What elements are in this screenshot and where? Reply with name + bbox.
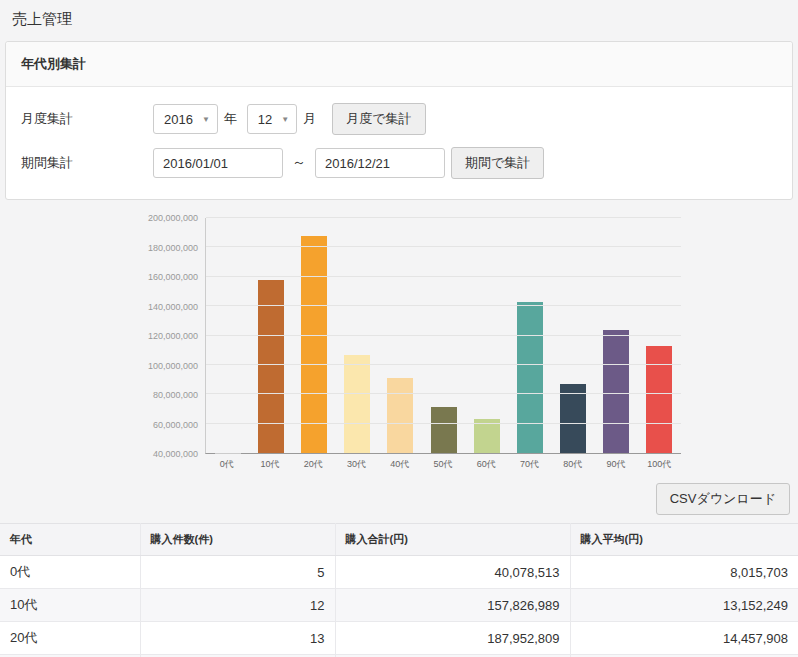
x-tick-label: 30代 bbox=[335, 454, 378, 471]
age-cell: 10代 bbox=[0, 589, 140, 622]
panel-header: 年代別集計 bbox=[6, 42, 792, 87]
csv-row: CSVダウンロード bbox=[0, 471, 798, 523]
month-select[interactable]: 12 ▼ bbox=[247, 104, 297, 134]
chart-x-axis: 0代10代20代30代40代50代60代70代80代90代100代 bbox=[205, 454, 681, 471]
period-aggregation-row: 期間集計 ～ 期間で集計 bbox=[21, 147, 777, 179]
table-header-cell: 購入合計(円) bbox=[335, 524, 570, 556]
y-tick-label: 100,000,000 bbox=[148, 361, 198, 371]
x-tick-label: 80代 bbox=[551, 454, 594, 471]
y-tick-label: 180,000,000 bbox=[148, 243, 198, 253]
value-cell: 12 bbox=[140, 589, 335, 622]
bar-40代 bbox=[387, 378, 413, 453]
age-cell: 0代 bbox=[0, 556, 140, 589]
value-cell: 40,078,513 bbox=[335, 556, 570, 589]
x-tick-label: 10代 bbox=[248, 454, 291, 471]
x-tick-label: 50代 bbox=[421, 454, 464, 471]
bar-slot bbox=[379, 218, 422, 453]
x-tick-label: 40代 bbox=[378, 454, 421, 471]
table-header-cell: 購入平均(円) bbox=[570, 524, 798, 556]
gridline bbox=[206, 305, 681, 306]
age-group-panel: 年代別集計 月度集計 2016 ▼ 年 12 ▼ 月 月度で集計 期間集計 ～ bbox=[5, 41, 793, 200]
value-cell: 13 bbox=[140, 622, 335, 655]
gridline bbox=[206, 217, 681, 218]
csv-download-button[interactable]: CSVダウンロード bbox=[656, 483, 790, 515]
year-unit-label: 年 bbox=[224, 110, 237, 128]
y-tick-label: 40,000,000 bbox=[153, 449, 198, 459]
month-unit-label: 月 bbox=[303, 110, 316, 128]
gridline bbox=[206, 393, 681, 394]
x-tick-label: 100代 bbox=[638, 454, 681, 471]
table-header-cell: 購入件数(件) bbox=[140, 524, 335, 556]
age-summary-table: 年代購入件数(件)購入合計(円)購入平均(円) 0代540,078,5138,0… bbox=[0, 523, 798, 657]
chevron-down-icon: ▼ bbox=[281, 115, 289, 124]
panel-body: 月度集計 2016 ▼ 年 12 ▼ 月 月度で集計 期間集計 ～ 期間で集計 bbox=[6, 87, 792, 199]
bar-slot bbox=[595, 218, 638, 453]
bar-50代 bbox=[431, 407, 457, 453]
period-separator: ～ bbox=[292, 154, 306, 172]
bar-20代 bbox=[301, 236, 327, 453]
bar-slot bbox=[638, 218, 681, 453]
y-tick-label: 160,000,000 bbox=[148, 272, 198, 282]
bar-slot bbox=[336, 218, 379, 453]
bar-70代 bbox=[517, 302, 543, 453]
sales-management-page: 売上管理 年代別集計 月度集計 2016 ▼ 年 12 ▼ 月 月度で集計 期間… bbox=[0, 0, 798, 657]
monthly-aggregation-row: 月度集計 2016 ▼ 年 12 ▼ 月 月度で集計 bbox=[21, 103, 777, 135]
y-tick-label: 60,000,000 bbox=[153, 420, 198, 430]
table-row: 0代540,078,5138,015,703 bbox=[0, 556, 798, 589]
value-cell: 5 bbox=[140, 556, 335, 589]
period-aggregate-button[interactable]: 期間で集計 bbox=[451, 147, 544, 179]
table-row: 20代13187,952,80914,457,908 bbox=[0, 622, 798, 655]
bar-slot bbox=[249, 218, 292, 453]
year-select-value: 2016 bbox=[164, 112, 193, 127]
y-tick-label: 120,000,000 bbox=[148, 331, 198, 341]
bar-90代 bbox=[603, 330, 629, 453]
table-row: 10代12157,826,98913,152,249 bbox=[0, 589, 798, 622]
table-header-row: 年代購入件数(件)購入合計(円)購入平均(円) bbox=[0, 524, 798, 556]
y-tick-label: 200,000,000 bbox=[148, 213, 198, 223]
value-cell: 13,152,249 bbox=[570, 589, 798, 622]
bar-slot bbox=[292, 218, 335, 453]
chart-section: 40,000,00060,000,00080,000,000100,000,00… bbox=[0, 218, 798, 471]
x-tick-label: 70代 bbox=[508, 454, 551, 471]
chevron-down-icon: ▼ bbox=[202, 115, 210, 124]
bar-slot bbox=[422, 218, 465, 453]
monthly-aggregation-label: 月度集計 bbox=[21, 110, 153, 128]
bar-slot bbox=[206, 218, 249, 453]
gridline bbox=[206, 335, 681, 336]
table-header-cell: 年代 bbox=[0, 524, 140, 556]
gridline bbox=[206, 246, 681, 247]
period-aggregation-label: 期間集計 bbox=[21, 154, 153, 172]
bar-slot bbox=[465, 218, 508, 453]
x-tick-label: 20代 bbox=[292, 454, 335, 471]
chart-plot-wrap: 0代10代20代30代40代50代60代70代80代90代100代 bbox=[205, 218, 681, 471]
chart-y-axis: 40,000,00060,000,00080,000,000100,000,00… bbox=[117, 218, 205, 454]
gridline bbox=[206, 364, 681, 365]
y-tick-label: 80,000,000 bbox=[153, 390, 198, 400]
bar-30代 bbox=[344, 355, 370, 453]
chart-plot bbox=[205, 218, 681, 454]
value-cell: 157,826,989 bbox=[335, 589, 570, 622]
bar-80代 bbox=[560, 384, 586, 453]
gridline bbox=[206, 276, 681, 277]
gridline bbox=[206, 423, 681, 424]
bar-slot bbox=[552, 218, 595, 453]
bar-slot bbox=[508, 218, 551, 453]
value-cell: 8,015,703 bbox=[570, 556, 798, 589]
age-table-body: 0代540,078,5138,015,70310代12157,826,98913… bbox=[0, 556, 798, 657]
period-to-input[interactable] bbox=[315, 148, 445, 178]
x-tick-label: 90代 bbox=[594, 454, 637, 471]
year-select[interactable]: 2016 ▼ bbox=[153, 104, 218, 134]
value-cell: 187,952,809 bbox=[335, 622, 570, 655]
y-tick-label: 140,000,000 bbox=[148, 302, 198, 312]
age-cell: 20代 bbox=[0, 622, 140, 655]
monthly-aggregate-button[interactable]: 月度で集計 bbox=[332, 103, 425, 135]
bar-100代 bbox=[646, 346, 672, 453]
period-from-input[interactable] bbox=[153, 148, 283, 178]
bar-60代 bbox=[474, 419, 500, 453]
month-select-value: 12 bbox=[258, 112, 272, 127]
page-title: 売上管理 bbox=[0, 0, 798, 33]
value-cell: 14,457,908 bbox=[570, 622, 798, 655]
x-tick-label: 60代 bbox=[465, 454, 508, 471]
bar-chart: 40,000,00060,000,00080,000,000100,000,00… bbox=[117, 218, 681, 471]
x-tick-label: 0代 bbox=[205, 454, 248, 471]
